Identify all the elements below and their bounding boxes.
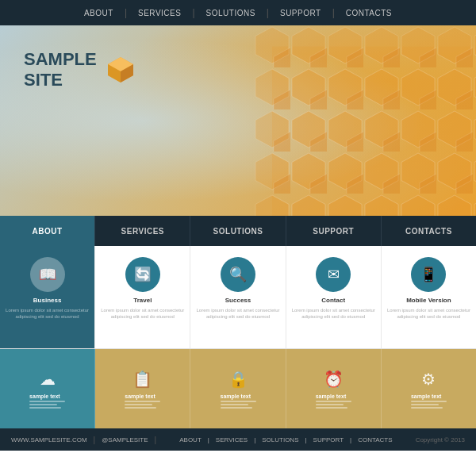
feature-desc-success: Lorem ipsum dolor sit amet consectetur a… — [190, 307, 285, 321]
top-nav-solutions[interactable]: SOLUTIONS — [195, 9, 267, 17]
tile-line — [221, 407, 252, 409]
footer-sep5: | — [305, 436, 306, 443]
tile-line — [411, 407, 443, 409]
features-section: 📖 Business Lorem ipsum dolor sit amet co… — [0, 246, 476, 349]
tile-line — [221, 404, 248, 405]
mid-nav-contacts[interactable]: CONTACTS — [382, 216, 476, 246]
tile-gear[interactable]: ⚙ sample text — [382, 349, 476, 428]
mid-nav-services[interactable]: SERVICES — [95, 216, 190, 246]
feature-title-contact: Contact — [321, 297, 345, 304]
top-nav-contacts[interactable]: CONTACTS — [335, 9, 403, 17]
footer-navigation: ABOUT | SERVICES | SOLUTIONS | SUPPORT |… — [179, 436, 392, 443]
hex-pattern — [254, 25, 476, 216]
feature-contact: ✉ Contact Lorem ipsum dolor sit amet con… — [286, 246, 382, 348]
tile-cloud[interactable]: ☁ sample text — [0, 349, 95, 428]
footer-sep2: | — [155, 436, 157, 444]
feature-title-travel: Travel — [133, 297, 152, 304]
tile-text-gear: sample text — [411, 393, 447, 409]
success-icon: 🔍 — [221, 257, 255, 292]
feature-desc-mobile: Lorem ipsum dolor sit amet consectetur a… — [382, 307, 476, 321]
footer-sep1: | — [94, 436, 96, 444]
footer-website: WWW.SAMPLESITE.COM — [11, 436, 87, 443]
copyright-text: Copyright © 2013 — [416, 436, 465, 443]
footer-sep4: | — [254, 436, 255, 443]
business-icon: 📖 — [30, 257, 65, 292]
tile-line — [316, 401, 351, 402]
feature-success: 🔍 Success Lorem ipsum dolor sit amet con… — [190, 246, 286, 348]
feature-title-success: Success — [225, 297, 251, 304]
site-logo: SAMPLE SITE — [24, 49, 136, 91]
top-nav-services[interactable]: SERVICES — [127, 9, 192, 17]
logo-line1: SAMPLE — [24, 49, 97, 69]
footer-nav-about[interactable]: ABOUT — [179, 436, 202, 443]
top-navigation: ABOUT | SERVICES | SOLUTIONS | SUPPORT |… — [0, 0, 476, 25]
cloud-icon: ☁ — [40, 370, 56, 389]
top-nav-support[interactable]: SUPPORT — [269, 9, 332, 17]
tile-line — [411, 401, 447, 402]
travel-icon: 🔄 — [125, 257, 160, 292]
tile-doc[interactable]: 📋 sample text — [95, 349, 190, 428]
clock-icon: ⏰ — [324, 370, 344, 389]
feature-desc-contact: Lorem ipsum dolor sit amet consectetur a… — [286, 307, 381, 321]
hero-section: SAMPLE SITE — [0, 25, 476, 216]
tile-line — [29, 407, 61, 409]
tile-line — [316, 404, 344, 405]
feature-travel: 🔄 Travel Lorem ipsum dolor sit amet cons… — [95, 246, 190, 348]
feature-desc-business: Lorem ipsum dolor sit amet consectetur a… — [0, 307, 94, 321]
svg-rect-3 — [272, 47, 476, 217]
feature-title-business: Business — [33, 297, 62, 304]
lock-icon: 🔒 — [228, 370, 248, 389]
tile-lock[interactable]: 🔒 sample text — [190, 349, 286, 428]
tile-line — [125, 401, 160, 402]
mid-nav-about[interactable]: ABOUT — [0, 216, 95, 246]
cube-icon — [105, 54, 136, 86]
footer-nav-services[interactable]: SERVICES — [216, 436, 248, 443]
tile-line — [125, 404, 152, 405]
mobile-icon: 📱 — [411, 257, 446, 292]
footer-branding: WWW.SAMPLESITE.COM | @SAMPLESITE | — [11, 436, 156, 444]
tile-line — [316, 407, 347, 409]
doc-icon: 📋 — [132, 370, 152, 389]
feature-desc-travel: Lorem ipsum dolor sit amet consectetur a… — [95, 307, 190, 321]
feature-title-mobile: Mobile Version — [406, 297, 451, 304]
tiles-section: ☁ sample text 📋 sample text 🔒 sample tex… — [0, 349, 476, 428]
mid-nav-support[interactable]: SUPPORT — [286, 216, 382, 246]
feature-mobile: 📱 Mobile Version Lorem ipsum dolor sit a… — [382, 246, 476, 348]
page-footer: WWW.SAMPLESITE.COM | @SAMPLESITE | ABOUT… — [0, 428, 476, 451]
mid-navigation: ABOUT SERVICES SOLUTIONS SUPPORT CONTACT… — [0, 216, 476, 246]
tile-clock[interactable]: ⏰ sample text — [286, 349, 382, 428]
footer-nav-support[interactable]: SUPPORT — [313, 436, 344, 443]
tile-line — [221, 401, 256, 402]
footer-social: @SAMPLESITE — [102, 436, 148, 443]
footer-nav-contacts[interactable]: CONTACTS — [358, 436, 392, 443]
footer-sep6: | — [350, 436, 351, 443]
tile-text-lock: sample text — [221, 393, 256, 409]
feature-business: 📖 Business Lorem ipsum dolor sit amet co… — [0, 246, 95, 348]
mid-nav-solutions[interactable]: SOLUTIONS — [190, 216, 286, 246]
contact-icon: ✉ — [316, 257, 351, 292]
tile-line — [411, 404, 439, 405]
tile-text-clock: sample text — [316, 393, 351, 409]
tile-text-cloud: sample text — [29, 393, 65, 409]
tile-line — [125, 407, 156, 409]
footer-sep3: | — [208, 436, 209, 443]
tile-text-doc: sample text — [125, 393, 160, 409]
tile-line — [29, 401, 65, 402]
logo-line2: SITE — [24, 70, 63, 90]
footer-nav-solutions[interactable]: SOLUTIONS — [262, 436, 298, 443]
logo-text: SAMPLE SITE — [24, 49, 97, 91]
gear-icon: ⚙ — [421, 370, 436, 389]
top-nav-about[interactable]: ABOUT — [73, 9, 125, 17]
tile-line — [29, 404, 57, 405]
